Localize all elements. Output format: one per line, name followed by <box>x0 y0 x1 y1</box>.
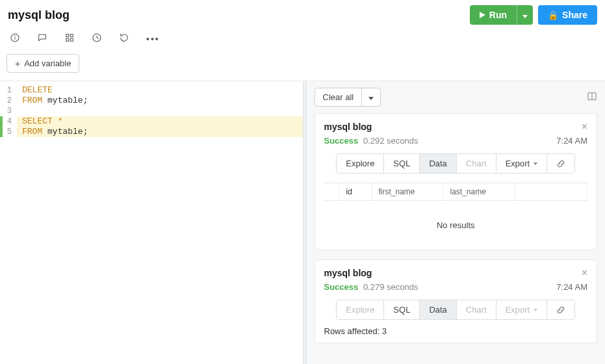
tab-export[interactable]: Export <box>496 154 548 173</box>
svg-rect-3 <box>66 34 69 37</box>
rows-affected-label: Rows affected: 3 <box>324 326 588 336</box>
run-dropdown-button[interactable] <box>517 5 533 25</box>
lock-icon: 🔒 <box>548 10 558 20</box>
tab-explore: Explore <box>337 300 384 319</box>
tab-chart: Chart <box>457 154 496 173</box>
no-results-label: No results <box>324 201 588 243</box>
result-tabs: ExploreSQLDataChartExport <box>336 153 575 174</box>
code-editor[interactable]: 1DELETE2FROM mytable;34SELECT *5FROM myt… <box>0 81 303 364</box>
status-badge: Success <box>324 136 359 146</box>
schedule-icon[interactable] <box>92 32 102 45</box>
tab-link[interactable] <box>547 300 574 319</box>
line-number: 4 <box>3 116 17 127</box>
plus-icon: + <box>15 59 20 68</box>
run-button-label: Run <box>489 10 507 20</box>
code-line[interactable]: 3 <box>0 106 303 116</box>
column-header[interactable]: first_name <box>372 183 444 200</box>
svg-rect-5 <box>66 38 69 41</box>
result-card-title: mysql blog <box>324 268 372 278</box>
data-table-header: idfirst_namelast_name <box>324 183 588 201</box>
chevron-down-icon <box>522 15 528 18</box>
column-header[interactable]: id <box>340 183 372 200</box>
more-icon[interactable]: ••• <box>146 34 160 44</box>
code-line[interactable]: 2FROM mytable; <box>0 96 303 106</box>
line-number: 5 <box>3 127 17 137</box>
tab-chart: Chart <box>457 300 496 319</box>
line-number: 3 <box>3 106 17 116</box>
line-number: 1 <box>3 85 17 96</box>
tab-sql[interactable]: SQL <box>384 154 420 173</box>
code-text[interactable]: FROM mytable; <box>17 127 303 137</box>
chevron-down-icon <box>368 97 374 100</box>
clear-all-dropdown[interactable] <box>361 88 380 106</box>
result-card-title: mysql blog <box>324 122 372 132</box>
add-variable-button[interactable]: + Add variable <box>6 54 79 73</box>
svg-line-9 <box>97 38 99 38</box>
run-button[interactable]: Run <box>470 5 517 25</box>
column-header[interactable]: last_name <box>444 183 515 200</box>
tab-data[interactable]: Data <box>420 300 456 319</box>
code-line[interactable]: 4SELECT * <box>0 116 303 127</box>
page-title: mysql blog <box>8 8 70 22</box>
svg-rect-6 <box>70 38 73 41</box>
comment-icon[interactable] <box>37 32 47 45</box>
grid-icon[interactable] <box>64 32 75 45</box>
share-button[interactable]: 🔒 Share <box>538 5 597 25</box>
share-button-label: Share <box>562 10 587 20</box>
clear-all-button[interactable]: Clear all <box>315 88 381 107</box>
editor-toolbar: ••• <box>0 27 605 50</box>
code-line[interactable]: 5FROM mytable; <box>0 127 303 137</box>
status-timestamp: 7:24 AM <box>556 136 587 146</box>
code-text[interactable] <box>17 106 303 116</box>
clear-all-label: Clear all <box>315 88 362 106</box>
svg-rect-4 <box>70 34 73 37</box>
status-duration: 0.292 seconds <box>361 136 418 146</box>
code-text[interactable]: DELETE <box>17 85 303 96</box>
tab-explore[interactable]: Explore <box>337 154 384 173</box>
result-tabs: ExploreSQLDataChartExport <box>336 300 575 320</box>
code-line[interactable]: 1DELETE <box>0 85 303 96</box>
status-badge: Success <box>324 282 359 292</box>
tab-data[interactable]: Data <box>420 154 456 173</box>
tab-link[interactable] <box>547 154 574 173</box>
play-icon <box>480 12 485 18</box>
status-timestamp: 7:24 AM <box>556 282 587 292</box>
close-icon[interactable]: × <box>582 122 587 132</box>
result-card: mysql blog×Success 0.292 seconds7:24 AME… <box>315 113 598 250</box>
results-panel: Clear all mysql blog×Success 0.292 secon… <box>307 81 606 364</box>
tab-export: Export <box>496 300 548 319</box>
tab-sql[interactable]: SQL <box>384 300 420 319</box>
result-card: mysql blog×Success 0.279 seconds7:24 AME… <box>315 259 598 343</box>
line-number: 2 <box>3 96 17 106</box>
code-text[interactable]: FROM mytable; <box>17 96 303 106</box>
status-duration: 0.279 seconds <box>361 282 418 292</box>
layout-toggle-icon[interactable] <box>587 91 597 103</box>
svg-point-2 <box>15 36 16 36</box>
close-icon[interactable]: × <box>582 268 587 278</box>
history-icon[interactable] <box>119 32 129 45</box>
info-icon[interactable] <box>10 32 20 45</box>
add-variable-label: Add variable <box>24 58 71 68</box>
code-text[interactable]: SELECT * <box>17 116 303 127</box>
